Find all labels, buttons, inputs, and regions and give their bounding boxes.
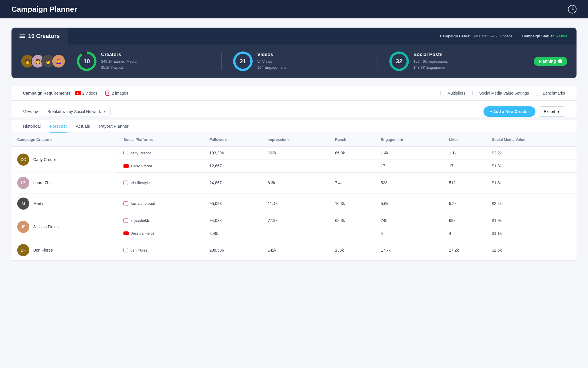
view-by-row: View by: Breakdown by Social Network ▼ +…: [11, 101, 577, 117]
benchmarks-checkbox[interactable]: Benchmarks: [536, 91, 565, 95]
cell-reach: 10.3k: [329, 193, 375, 214]
instagram-icon: [105, 91, 110, 96]
col-followers: Followers: [204, 133, 262, 147]
creators-payout: $5.2k Payout: [101, 65, 137, 71]
videos-views: 5k Views: [257, 59, 286, 65]
col-engagement: Engagement: [375, 133, 443, 147]
export-label: Export: [544, 109, 555, 114]
platform-cell: itzmartinb.paul: [118, 193, 204, 214]
cell-likes: 17.2k: [443, 240, 486, 261]
cell-smv: $2.6k: [486, 240, 577, 261]
multipliers-checkbox[interactable]: Multipliers: [440, 91, 465, 95]
clock-icon[interactable]: [568, 5, 577, 14]
page-title: Campaign Planner: [11, 5, 77, 14]
cell-smv: $1.9k: [486, 214, 577, 227]
cell-engagement: 4: [375, 227, 443, 240]
hamburger-icon[interactable]: [20, 34, 25, 38]
instagram-platform-icon: [123, 201, 128, 206]
cell-impressions: [262, 160, 329, 173]
instagram-count: 2 images: [112, 91, 128, 95]
tab-actuals[interactable]: Actuals: [76, 120, 90, 133]
benchmarks-label: Benchmarks: [543, 91, 565, 95]
cell-followers: 95,093: [204, 193, 262, 214]
status-value: Active: [556, 34, 567, 38]
videos-label: Videos: [257, 52, 286, 57]
creator-avatar: JF: [17, 221, 29, 233]
dates-label: Campaign Dates:: [440, 34, 470, 38]
divider: [221, 53, 222, 70]
cell-impressions: 103k: [262, 147, 329, 160]
cell-likes: 4: [443, 227, 486, 240]
add-creator-button[interactable]: + Add a New Creator: [483, 106, 535, 117]
social-posts-count: 32: [392, 54, 407, 69]
creator-cell: BF Ben Flores: [11, 240, 118, 261]
table-row: CC Carly Credor carly_credor193,394103k8…: [11, 147, 577, 160]
instagram-platform-icon: [123, 248, 128, 252]
action-buttons: + Add a New Creator Export ▼: [483, 106, 565, 117]
cell-likes: 698: [443, 214, 486, 227]
platform-cell: carly_credor: [118, 147, 204, 160]
platform-handle: carly_credor: [130, 151, 151, 155]
creator-name: Martin: [33, 201, 45, 206]
youtube-requirement: 2 videos: [75, 91, 97, 95]
multipliers-label: Multipliers: [447, 91, 465, 95]
platform-handle: Jessica Fields: [131, 231, 154, 235]
tabs-row: Historical Forecast Actuals Payout Plann…: [11, 120, 577, 133]
status-label: Campaign Status:: [522, 34, 554, 38]
cell-smv: $1.1k: [486, 227, 577, 240]
youtube-count: 2 videos: [82, 91, 97, 95]
benchmarks-checkbox-box[interactable]: [536, 91, 540, 95]
col-likes: Likes: [443, 133, 486, 147]
cell-reach: [329, 160, 375, 173]
campaign-card: 10 Creators Campaign Dates: 09/01/2022–0…: [11, 28, 577, 78]
smv-checkbox-box[interactable]: [472, 91, 477, 95]
smv-settings-checkbox[interactable]: Social Media Value Settings: [472, 91, 529, 95]
view-by-dropdown[interactable]: Breakdown by Social Network ▼: [43, 107, 111, 116]
export-button[interactable]: Export ▼: [539, 106, 565, 117]
cell-impressions: 11.4k: [262, 193, 329, 214]
platform-handle: lzhulifestyle: [130, 181, 150, 185]
platform-cell: benjifl0res_: [118, 240, 204, 261]
planning-badge[interactable]: Planning: [534, 57, 567, 66]
col-reach: Reach: [329, 133, 375, 147]
cell-reach: 86.8k: [329, 147, 375, 160]
campaign-tab[interactable]: 10 Creators: [11, 28, 68, 45]
planning-toggle[interactable]: [558, 59, 562, 63]
tab-historical[interactable]: Historical: [23, 120, 41, 133]
settings-checkboxes: Multipliers Social Media Value Settings …: [440, 91, 565, 95]
creators-count: 10: [79, 54, 94, 69]
creator-cell: JF Jessica Fields: [11, 214, 118, 240]
social-posts-stat: 32 Social Posts $504.6k Impressions $43.…: [389, 51, 522, 71]
creators-stat-text: Creators $49.1k Earned Media $5.2k Payou…: [101, 52, 137, 71]
smv-label: Social Media Value Settings: [479, 91, 529, 95]
tab-payout-planner[interactable]: Payout Planner: [99, 120, 129, 133]
cell-smv: $1.8k: [486, 172, 577, 193]
col-impressions: Impressions: [262, 133, 329, 147]
creator-avatar: BF: [17, 244, 29, 256]
planning-label: Planning: [539, 59, 556, 64]
cell-followers: 12,867: [204, 160, 262, 173]
instagram-platform-icon: [123, 151, 128, 155]
cell-engagement: 745: [375, 214, 443, 227]
cell-engagement: 17: [375, 160, 443, 173]
top-header: Campaign Planner: [0, 0, 588, 18]
creator-avatar: CC: [17, 154, 29, 166]
youtube-platform-icon: [123, 164, 129, 168]
dropdown-value: Breakdown by Social Network: [47, 109, 101, 114]
cell-reach: 7.4k: [329, 172, 375, 193]
col-platforms: Social Platforms: [118, 133, 204, 147]
table-row: LZ Laura Zhu lzhulifestyle24,8578.3k7.4k…: [11, 172, 577, 193]
creator-cell: CC Carly Credor: [11, 147, 118, 173]
multipliers-checkbox-box[interactable]: [440, 91, 445, 95]
instagram-platform-icon: [123, 218, 128, 223]
cell-reach: 68.3k: [329, 214, 375, 227]
creators-table-container: Campaign Creators Social Platforms Follo…: [11, 133, 577, 261]
requirements-label: Campaign Requirements:: [23, 91, 72, 95]
cell-likes: 512: [443, 172, 486, 193]
tab-forecast[interactable]: Forecast: [50, 120, 67, 133]
creators-label: Creators: [101, 52, 137, 57]
table-row: JF Jessica Fields imjessfields94,03877.9…: [11, 214, 577, 227]
youtube-icon: [75, 91, 81, 95]
videos-stat: 21 Videos 5k Views 194 Engagement: [233, 51, 366, 71]
youtube-platform-icon: [123, 231, 129, 235]
